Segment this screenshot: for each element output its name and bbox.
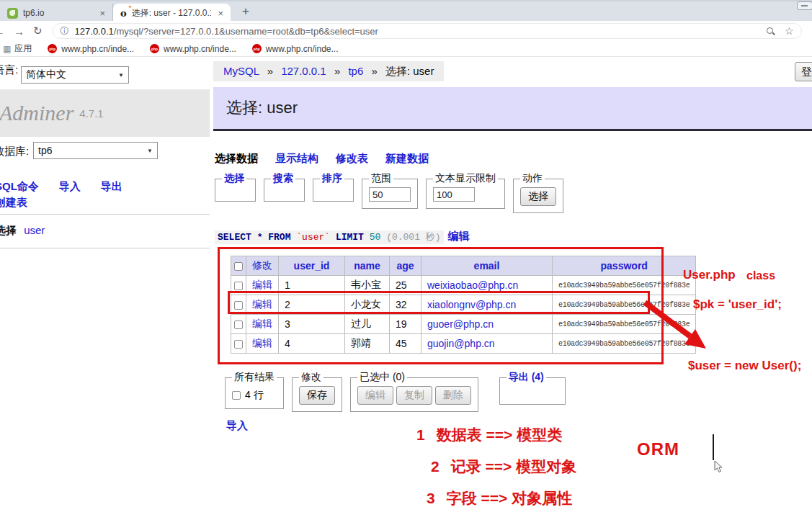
edit-selected-button[interactable]: 编辑: [357, 386, 393, 405]
fieldset-select: 选择: [215, 172, 256, 202]
close-icon[interactable]: ×: [216, 8, 225, 19]
browser-navbar: ← → ↻ ⓘ 127.0.0.1/mysql/?server=127.0.0.…: [0, 21, 812, 41]
close-icon[interactable]: ×: [98, 8, 107, 19]
sidebar-table-user-link[interactable]: user: [24, 224, 45, 236]
browser-tab-adminer[interactable]: o'' 选择: user - 127.0.0.1 - Admine ×: [113, 4, 231, 22]
tab-alter-table[interactable]: 修改表: [336, 152, 368, 166]
fieldset-action: 动作 选择: [513, 172, 563, 213]
logout-button[interactable]: 登出: [795, 62, 812, 81]
annotation-orm: ORM: [637, 439, 679, 459]
annotation-new-user: $user = new User();: [688, 359, 801, 373]
clone-selected-button[interactable]: 复制: [396, 386, 432, 405]
language-label: 语言:: [0, 63, 18, 77]
breadcrumb-db-link[interactable]: tp6: [348, 65, 363, 77]
tab-title: 选择: user - 127.0.0.1 - Admine: [132, 7, 212, 19]
breadcrumb: MySQL » 127.0.0.1 » tp6 » 选择: user: [213, 61, 444, 81]
chevron-down-icon: ▼: [118, 72, 124, 78]
browser-window: tp6.io × o'' 选择: user - 127.0.0.1 - Admi…: [0, 0, 812, 525]
annotation-class: class: [746, 269, 775, 282]
divider: [0, 248, 210, 248]
fieldset-selected: 已选中 (0) 编辑 复制 删除: [350, 371, 478, 412]
text-length-input[interactable]: [433, 187, 475, 202]
annotation-orm-line-1: 1数据表 ==> 模型类: [416, 425, 562, 445]
fieldset-limit: 范围: [362, 172, 418, 209]
table-select-label: 选择: [0, 224, 17, 236]
fieldset-search: 搜索: [264, 172, 305, 202]
bookmark-item[interactable]: php www.php.cn/inde...: [48, 44, 134, 54]
annotation-orm-line-2: 2记录 ==> 模型对象: [431, 457, 576, 477]
page-info-icon[interactable]: ⓘ: [61, 25, 69, 37]
save-button[interactable]: 保存: [299, 386, 335, 405]
sidebar-link-import[interactable]: 导入: [59, 180, 81, 192]
zoom-icon[interactable]: [767, 27, 775, 35]
select-action-button[interactable]: 选择: [520, 187, 556, 206]
tab-show-structure[interactable]: 显示结构: [275, 152, 318, 166]
footer-fieldsets: 所有结果 4 行 修改 保存 已选中 (0) 编辑 复制 删除 导出 (4): [225, 371, 574, 412]
annotation-pk: $pk = 'user_id';: [693, 297, 782, 312]
address-bar[interactable]: ⓘ 127.0.0.1/mysql/?server=127.0.0.1&user…: [53, 23, 802, 39]
delete-selected-button[interactable]: 删除: [435, 386, 471, 405]
bookmark-item[interactable]: php www.php.cn/inde...: [252, 44, 339, 54]
sql-edit-link[interactable]: 编辑: [448, 230, 470, 242]
fieldset-text-length: 文本显示限制: [426, 172, 505, 209]
fieldset-export: 导出 (4): [499, 371, 566, 405]
content-tabs: 选择数据 显示结构 修改表 新建数据: [215, 152, 429, 166]
import-link[interactable]: 导入: [226, 419, 248, 433]
tab-select-data[interactable]: 选择数据: [215, 152, 258, 166]
database-select[interactable]: tp6 ▼: [33, 142, 158, 159]
fieldset-sort: 排序: [313, 172, 354, 202]
row-count-label: 4 行: [245, 389, 264, 402]
breadcrumb-mysql-link[interactable]: MySQL: [223, 65, 259, 77]
back-icon[interactable]: ←: [0, 25, 5, 37]
php-favicon: php: [48, 44, 57, 53]
breadcrumb-server-link[interactable]: 127.0.0.1: [281, 65, 326, 77]
tab-new-item[interactable]: 新建数据: [385, 152, 429, 166]
url-text: 127.0.0.1/mysql/?server=127.0.0.1&userna…: [75, 26, 378, 37]
sidebar-link-export[interactable]: 导出: [101, 180, 122, 192]
adminer-version[interactable]: 4.7.1: [79, 107, 103, 120]
sort-legend-link[interactable]: 排序: [320, 172, 344, 185]
window-minimize-button[interactable]: [797, 1, 812, 10]
page-title: 选择: user: [213, 87, 812, 131]
sidebar-link-create-table[interactable]: 创建表: [0, 196, 27, 208]
php-favicon: php: [150, 44, 159, 53]
export-legend-link[interactable]: 导出 (4): [507, 371, 546, 384]
database-label: 数据库:: [0, 145, 29, 157]
tab-title: tp6.io: [23, 8, 93, 18]
bookmark-item[interactable]: php www.php.cn/inde...: [150, 44, 236, 54]
fieldset-all-results: 所有结果 4 行: [225, 371, 284, 409]
adminer-sidebar: 语言: 简体中文 ▼ Adminer 4.7.1 数据库: tp6 ▼ SQL命…: [0, 57, 211, 525]
divider: [0, 214, 210, 215]
tp6-favicon: [7, 8, 18, 19]
breadcrumb-current: 选择: user: [385, 65, 434, 77]
new-tab-button[interactable]: +: [238, 4, 254, 19]
chevron-down-icon: ▼: [147, 148, 153, 154]
adminer-logo: Adminer 4.7.1: [0, 89, 210, 137]
select-legend-link[interactable]: 选择: [222, 172, 246, 185]
bookmark-star-icon[interactable]: ☆: [785, 25, 794, 37]
search-legend-link[interactable]: 搜索: [271, 172, 295, 185]
text-caret: [713, 434, 714, 460]
filter-fieldsets: 选择 搜索 排序 范围 文本显示限制 动作 选择: [215, 172, 571, 213]
php-favicon: php: [252, 44, 262, 53]
tab-strip: tp6.io × o'' 选择: user - 127.0.0.1 - Admi…: [0, 0, 812, 21]
annotation-user-php: User.php: [683, 268, 736, 282]
annotation-orm-line-3: 3字段 ==> 对象属性: [427, 488, 572, 508]
annotation-row2-highlight-box: [228, 291, 650, 314]
sidebar-link-sql-command[interactable]: SQL命令: [0, 180, 39, 192]
apps-grid-icon[interactable]: ▦: [3, 44, 11, 54]
apps-label[interactable]: 应用: [14, 42, 32, 55]
mouse-cursor: [714, 460, 724, 473]
bookmarks-bar: ▦ 应用 php www.php.cn/inde... php www.php.…: [0, 41, 812, 57]
sql-statement: SELECT * FROM `user` LIMIT 50 (0.001 秒)编…: [215, 230, 470, 243]
forward-icon[interactable]: →: [14, 25, 24, 37]
fieldset-modify: 修改 保存: [292, 371, 342, 412]
language-select[interactable]: 简体中文 ▼: [21, 66, 129, 84]
limit-input[interactable]: [369, 187, 411, 202]
all-rows-checkbox[interactable]: [232, 391, 241, 400]
browser-tab-tp6io[interactable]: tp6.io ×: [0, 4, 113, 22]
adminer-favicon: o'': [120, 8, 127, 19]
reload-icon[interactable]: ↻: [33, 24, 43, 37]
